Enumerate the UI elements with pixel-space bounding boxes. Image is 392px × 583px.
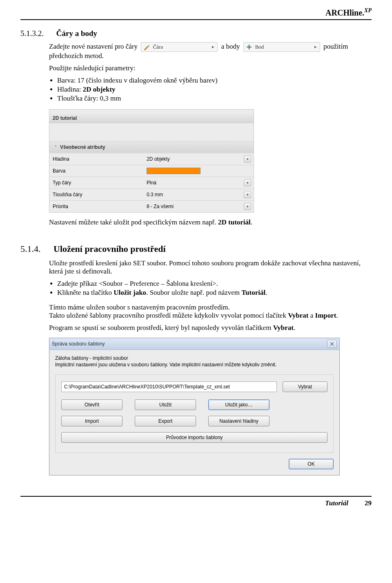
para-intro-tools: Zadejte nové nastavení pro čáry Čára ▸ a… <box>49 42 372 60</box>
export-button[interactable]: Export <box>135 416 196 426</box>
color-swatch[interactable] <box>147 168 200 174</box>
attributes-section-header[interactable]: ˆVšeobecné atributy <box>49 141 254 153</box>
para-save-env: Uložte prostředí kreslení jako SET soubo… <box>49 259 372 276</box>
attr-row-tloustka[interactable]: Tloušťka čáry 0.3 mm▾ <box>49 188 254 200</box>
nastaveni-hladiny-button[interactable]: Nastavení hladiny <box>208 416 270 426</box>
brand-sup: XP <box>364 7 372 13</box>
attr-row-priorita[interactable]: Priorita 8 - Za všemi▾ <box>49 200 254 212</box>
import-button[interactable]: Import <box>61 416 122 426</box>
attr-value: 8 - Za všemi <box>147 204 174 209</box>
section-5-1-3-2-title: 5.1.3.2. Čáry a body <box>20 29 372 38</box>
pencil-icon <box>143 43 150 51</box>
panel-tab-title: 2D tutorial <box>49 114 254 123</box>
para-save-name: Nastavení můžete také uložit pod specifi… <box>49 218 372 226</box>
vybrat-button[interactable]: Vybrat <box>283 381 327 392</box>
attr-row-hladina[interactable]: Hladina 2D objekty▾ <box>49 153 254 165</box>
ok-button[interactable]: OK <box>289 459 334 469</box>
brand-text: ARCHline. <box>325 8 364 17</box>
template-manager-dialog: Správa souboru šablony Záloha šablony - … <box>49 338 340 475</box>
param-layer: Hladina: 2D objekty <box>57 85 372 94</box>
section-title: Čáry a body <box>56 29 97 38</box>
dropdown-icon[interactable]: ▾ <box>244 203 251 210</box>
section-title: Uložení pracovního prostředí <box>53 244 166 254</box>
attr-value: 0.3 mm <box>147 192 163 197</box>
param-list: Barva: 17 (číslo indexu v dialogovém okn… <box>49 76 372 103</box>
text: a body <box>221 43 240 50</box>
plus-icon <box>245 43 253 51</box>
para-saved-note: Tímto máme uložen soubor s nastaveným pr… <box>49 303 372 320</box>
close-icon <box>330 342 334 346</box>
step-cmd: Zadejte příkaz <Soubor – Preference – Ša… <box>57 280 372 288</box>
ulozit-button[interactable]: Uložit <box>135 399 196 410</box>
dropdown-icon: ▸ <box>312 44 319 49</box>
page-header: ARCHline.XP <box>20 0 372 20</box>
param-thickness: Tloušťka čáry: 0,3 mm <box>57 94 372 103</box>
dialog-description: Záloha šablony - implicitní soubor Impli… <box>55 355 334 368</box>
cara-label: Čára <box>153 44 210 50</box>
bod-toolbar-button[interactable]: Bod ▸ <box>243 42 320 52</box>
bod-label: Bod <box>255 44 312 50</box>
page-footer: Tutoriál 29 <box>20 496 372 507</box>
attr-label: Barva <box>49 165 143 177</box>
dialog-title: Správa souboru šablony <box>52 341 105 347</box>
dialog-titlebar: Správa souboru šablony <box>49 338 339 350</box>
attr-label: Hladina <box>49 153 143 165</box>
attr-label: Tloušťka čáry <box>49 188 143 200</box>
attr-value: Plná <box>147 180 156 186</box>
attr-value: 2D objekty <box>147 156 170 162</box>
attr-row-barva[interactable]: Barva <box>49 165 254 177</box>
collapse-icon: ˆ <box>53 145 58 150</box>
attr-label: Priorita <box>49 200 143 212</box>
param-color: Barva: 17 (číslo indexu v dialogovém okn… <box>57 76 372 85</box>
pruvodce-importu-button[interactable]: Průvodce importu šablony <box>61 432 327 443</box>
path-row: Vybrat <box>61 381 327 392</box>
close-button[interactable] <box>327 340 337 348</box>
ulozit-jako-button[interactable]: Uložit jako… <box>208 399 270 410</box>
section-number: 5.1.4. <box>20 244 41 254</box>
footer-title: Tutoriál <box>325 499 348 507</box>
otevrit-button[interactable]: Otevřít <box>61 399 122 410</box>
dropdown-icon[interactable]: ▾ <box>244 155 251 163</box>
para-use-params: Použijte následující parametry: <box>49 64 372 72</box>
page-number: 29 <box>365 499 372 507</box>
attributes-panel: 2D tutorial ˆVšeobecné atributy Hladina … <box>49 109 254 213</box>
para-launch-note: Program se spustí se souborem prostředí,… <box>49 324 372 332</box>
steps-list: Zadejte příkaz <Soubor – Preference – Ša… <box>49 280 372 297</box>
cara-toolbar-button[interactable]: Čára ▸ <box>141 42 218 52</box>
dropdown-icon[interactable]: ▾ <box>244 191 251 198</box>
template-path-input[interactable] <box>61 381 277 392</box>
dropdown-icon[interactable]: ▾ <box>244 179 251 186</box>
dropdown-icon: ▸ <box>210 44 216 49</box>
section-number: 5.1.3.2. <box>20 29 44 38</box>
attr-label: Typ čáry <box>49 177 143 188</box>
step-save-as: Klikněte na tlačítko Uložit jako. Soubor… <box>57 289 372 297</box>
brand: ARCHline.XP <box>325 8 372 17</box>
section-header-label: Všeobecné atributy <box>60 144 105 150</box>
section-5-1-4-title: 5.1.4. Uložení pracovního prostředí <box>20 244 372 254</box>
text: Zadejte nové nastavení pro čáry <box>49 43 138 50</box>
attr-row-typ[interactable]: Typ čáry Plná▾ <box>49 177 254 188</box>
